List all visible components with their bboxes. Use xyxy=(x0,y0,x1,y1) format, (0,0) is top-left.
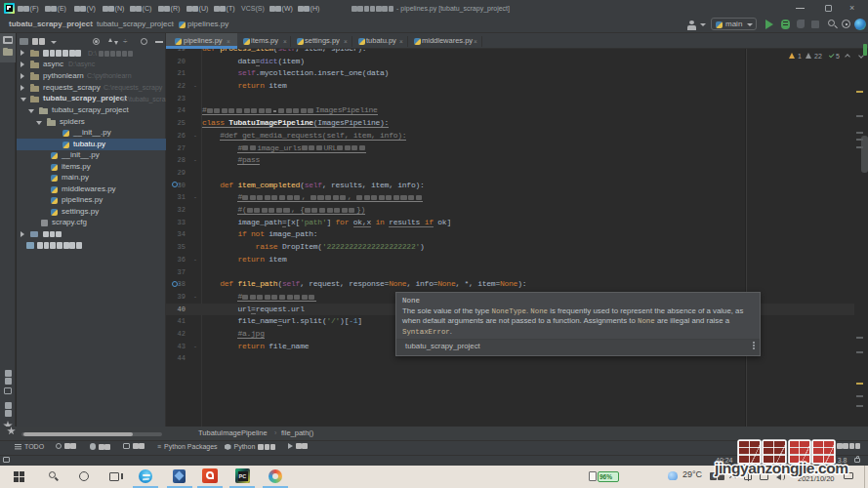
svg-text:jingyanzongjie.com: jingyanzongjie.com xyxy=(714,460,848,476)
